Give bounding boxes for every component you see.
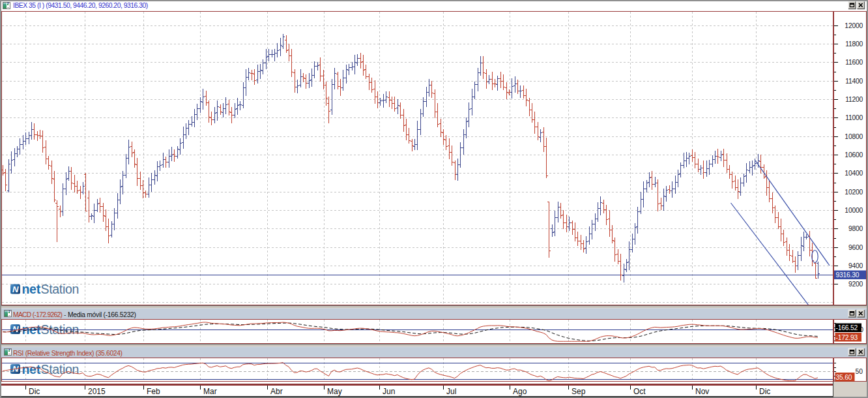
svg-text:11600: 11600: [845, 59, 863, 66]
svg-text:May: May: [327, 387, 342, 396]
svg-text:-172.93: -172.93: [836, 334, 858, 341]
svg-text:Nov: Nov: [695, 387, 709, 396]
svg-text:IBEX 35 (I ) (9431.50, 9446.20: IBEX 35 (I ) (9431.50, 9446.20, 9260.20,…: [13, 2, 148, 9]
svg-text:Jun: Jun: [383, 387, 395, 396]
svg-text:12000: 12000: [845, 22, 863, 29]
svg-text:Abr: Abr: [270, 387, 283, 396]
svg-text:9200: 9200: [848, 281, 863, 288]
svg-text:10400: 10400: [845, 170, 863, 177]
svg-text:Station: Station: [41, 322, 80, 337]
svg-text:Oct: Oct: [633, 387, 646, 396]
svg-text:Feb: Feb: [147, 387, 160, 396]
svg-text:RSI (Relative Strength Index): RSI (Relative Strength Index) (35.6024): [13, 350, 123, 357]
svg-text:Station: Station: [41, 282, 80, 296]
svg-text:10600: 10600: [845, 151, 863, 159]
svg-text:-166.52: -166.52: [836, 324, 858, 331]
svg-text:Dic: Dic: [759, 387, 770, 396]
svg-text:10200: 10200: [845, 189, 863, 196]
svg-text:9400: 9400: [848, 262, 863, 269]
svg-text:net: net: [22, 282, 41, 296]
svg-text:11400: 11400: [845, 78, 863, 85]
svg-text:Dic: Dic: [29, 387, 40, 396]
svg-text:Ago: Ago: [513, 387, 527, 396]
svg-text:11200: 11200: [845, 96, 863, 103]
svg-text:10800: 10800: [845, 133, 863, 140]
svg-text:MACD (-172.9262): MACD (-172.9262): [13, 311, 63, 318]
svg-text:9316.30: 9316.30: [836, 271, 860, 279]
svg-text:N: N: [12, 324, 19, 334]
svg-text:10000: 10000: [845, 207, 863, 214]
svg-text:Station: Station: [41, 362, 80, 376]
svg-text:Mar: Mar: [203, 387, 217, 396]
svg-text:net: net: [22, 362, 41, 376]
svg-text:Media móvil (-166.5232): Media móvil (-166.5232): [68, 311, 136, 318]
svg-text:net: net: [22, 322, 41, 337]
svg-text:35.60: 35.60: [836, 374, 852, 381]
svg-text:11000: 11000: [845, 114, 863, 121]
svg-text:9800: 9800: [848, 225, 863, 232]
svg-text:Jul: Jul: [446, 387, 456, 396]
svg-text:2015: 2015: [88, 387, 106, 396]
svg-text:N: N: [12, 284, 19, 294]
svg-text:-: -: [64, 311, 66, 318]
svg-text:50: 50: [856, 368, 863, 375]
svg-text:9600: 9600: [848, 244, 863, 251]
svg-text:11800: 11800: [845, 40, 863, 48]
svg-text:Sep: Sep: [571, 387, 586, 396]
